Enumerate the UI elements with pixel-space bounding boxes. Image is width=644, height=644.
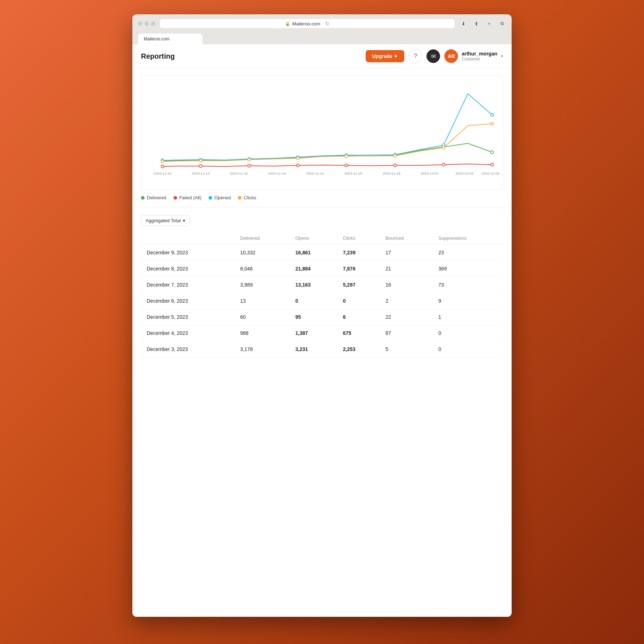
cell-clicks: 2,253: [337, 341, 380, 357]
new-tab-btn[interactable]: +: [485, 20, 493, 28]
table-body: December 9, 2023 10,332 16,861 7,239 17 …: [141, 245, 503, 357]
chevron-down-icon: ▾: [183, 218, 185, 223]
chevron-down-icon: ▾: [501, 54, 503, 59]
svg-point-3: [248, 164, 251, 167]
cell-date: December 7, 2023: [141, 277, 234, 293]
mail-button[interactable]: ✉: [426, 49, 440, 63]
svg-point-24: [491, 122, 494, 125]
svg-text:2023-11-22: 2023-11-22: [306, 171, 324, 175]
svg-text:2023-11-25: 2023-11-25: [345, 171, 362, 175]
svg-rect-0: [152, 83, 499, 175]
svg-text:2023-11-10: 2023-11-10: [153, 171, 171, 175]
mail-icon: ✉: [431, 53, 436, 60]
chart-container: 2023-11-10 2023-11-13 2023-11-16 2023-11…: [141, 75, 503, 190]
chart-legend: Delivered Failed (All) Opened Clicks: [141, 195, 503, 200]
username: arthur_morgan: [462, 51, 497, 57]
col-header-suppressions: Suppressions: [433, 232, 503, 245]
svg-text:2023-12-04: 2023-12-04: [455, 171, 473, 175]
cell-bounced: 21: [380, 261, 433, 277]
upgrade-label: Upgrade ✦: [372, 53, 398, 59]
cell-delivered: 60: [234, 309, 289, 325]
url-text: Maileroo.com: [292, 21, 320, 26]
legend-label-delivered: Delivered: [147, 195, 166, 200]
help-button[interactable]: ?: [409, 49, 422, 63]
legend-clicks: Clicks: [238, 195, 256, 200]
data-table: Delivered Opens Clicks Bounced Suppressi…: [141, 232, 503, 357]
address-bar[interactable]: 🔒 Maileroo.com ↻: [160, 19, 455, 29]
cell-date: December 8, 2023: [141, 261, 234, 277]
legend-dot-failed: [174, 196, 177, 200]
download-btn[interactable]: ⬇: [459, 20, 467, 28]
col-header-delivered: Delivered: [234, 232, 289, 245]
table-controls: Aggregated Total ▾: [141, 215, 503, 226]
svg-point-20: [297, 157, 299, 160]
legend-opened: Opened: [209, 195, 231, 200]
cell-suppressions: 0: [433, 325, 503, 341]
lock-icon: 🔒: [285, 21, 290, 26]
legend-dot-delivered: [141, 196, 145, 200]
share-btn[interactable]: ⬆: [472, 20, 480, 28]
app-content: Reporting Upgrade ✦ ? ✉ AR arthur_morgan…: [132, 44, 512, 617]
refresh-icon[interactable]: ↻: [325, 21, 330, 26]
legend-delivered: Delivered: [141, 195, 166, 200]
svg-text:2023-12-09: 2023-12-09: [482, 171, 499, 175]
svg-point-19: [248, 158, 251, 161]
cell-bounced: 5: [380, 341, 433, 357]
col-header-date: [141, 232, 234, 245]
svg-point-7: [442, 163, 445, 166]
svg-point-6: [394, 164, 396, 167]
svg-text:2023-11-13: 2023-11-13: [192, 171, 210, 175]
svg-text:2023-11-19: 2023-11-19: [268, 171, 286, 175]
user-menu[interactable]: AR arthur_morgan Customer ▾: [444, 49, 503, 63]
page-title: Reporting: [141, 52, 175, 60]
legend-failed: Failed (All): [174, 195, 201, 200]
svg-point-16: [491, 113, 494, 116]
cell-opens: 16,861: [290, 245, 337, 261]
svg-point-21: [345, 155, 348, 157]
app-header: Reporting Upgrade ✦ ? ✉ AR arthur_morgan…: [132, 44, 512, 68]
aggregated-select[interactable]: Aggregated Total ▾: [141, 215, 190, 226]
cell-suppressions: 73: [433, 277, 503, 293]
cell-clicks: 7,239: [337, 245, 380, 261]
svg-point-18: [199, 159, 202, 162]
cell-clicks: 7,876: [337, 261, 380, 277]
cell-opens: 0: [290, 293, 337, 309]
table-row: December 9, 2023 10,332 16,861 7,239 17 …: [141, 245, 503, 261]
svg-point-23: [442, 146, 445, 149]
legend-label-opened: Opened: [214, 195, 231, 200]
user-text: arthur_morgan Customer: [462, 51, 497, 62]
cell-bounced: 87: [380, 325, 433, 341]
cell-opens: 13,163: [290, 277, 337, 293]
aggregated-label: Aggregated Total: [146, 218, 181, 223]
line-chart: 2023-11-10 2023-11-13 2023-11-16 2023-11…: [152, 83, 499, 175]
help-icon: ?: [414, 53, 417, 59]
svg-point-17: [161, 160, 164, 163]
cell-suppressions: 0: [433, 341, 503, 357]
cell-suppressions: 9: [433, 293, 503, 309]
chart-section: 2023-11-10 2023-11-13 2023-11-16 2023-11…: [132, 68, 512, 208]
svg-text:2023-11-16: 2023-11-16: [230, 171, 248, 175]
cell-suppressions: 369: [433, 261, 503, 277]
dot-maximize: [151, 21, 155, 26]
cell-delivered: 8,046: [234, 261, 289, 277]
cell-clicks: 5,297: [337, 277, 380, 293]
svg-point-2: [199, 165, 202, 167]
active-tab[interactable]: Maileroo.com: [138, 34, 203, 44]
upgrade-button[interactable]: Upgrade ✦: [366, 50, 405, 62]
table-row: December 8, 2023 8,046 21,884 7,876 21 3…: [141, 261, 503, 277]
tabs-btn[interactable]: ⧉: [498, 20, 506, 28]
cell-suppressions: 23: [433, 245, 503, 261]
cell-suppressions: 1: [433, 309, 503, 325]
tab-bar: Maileroo.com: [138, 32, 506, 44]
tab-label: Maileroo.com: [144, 36, 170, 42]
cell-delivered: 3,178: [234, 341, 289, 357]
legend-dot-clicks: [238, 196, 241, 200]
col-header-clicks: Clicks: [337, 232, 380, 245]
browser-actions: ⬇ ⬆ + ⧉: [459, 20, 506, 28]
svg-point-1: [161, 165, 164, 168]
cell-delivered: 988: [234, 325, 289, 341]
table-row: December 6, 2023 13 0 0 2 9: [141, 293, 503, 309]
cell-opens: 3,231: [290, 341, 337, 357]
cell-delivered: 3,989: [234, 277, 289, 293]
cell-date: December 5, 2023: [141, 309, 234, 325]
